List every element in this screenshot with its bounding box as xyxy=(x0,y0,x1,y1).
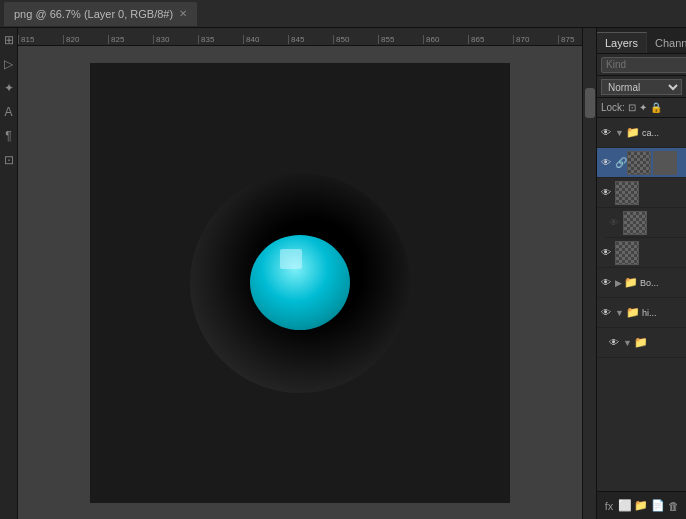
chain-icon[interactable]: 🔗 xyxy=(615,157,625,168)
kind-search-bar xyxy=(597,54,686,76)
lock-row: Lock: ⊡ ✦ 🔒 xyxy=(597,98,686,118)
lock-position-icon[interactable]: ✦ xyxy=(639,102,647,113)
folder-icon: 📁 xyxy=(626,126,640,139)
document-tab[interactable]: png @ 66.7% (Layer 0, RGB/8#) ✕ xyxy=(4,2,197,26)
panel-bottom-bar: fx ⬜ 📁 📄 🗑 xyxy=(597,491,686,519)
layer-item[interactable]: 👁 🔗 xyxy=(597,148,686,178)
delete-layer-icon[interactable]: 🗑 xyxy=(666,498,682,514)
highlight-square xyxy=(280,249,302,269)
canvas-wrapper: 815 820 825 830 835 840 845 850 855 860 … xyxy=(18,28,582,519)
layer-expand-arrow[interactable]: ▼ xyxy=(615,128,624,138)
layer-visibility-toggle[interactable]: 👁 xyxy=(599,186,613,200)
layer-thumbnail xyxy=(623,211,647,235)
layer-thumbnail xyxy=(615,181,639,205)
ruler-mark: 855 xyxy=(378,35,423,44)
layer-item[interactable]: 👁 ▼ 📁 xyxy=(597,328,686,358)
layer-item[interactable]: 👁 xyxy=(597,238,686,268)
kind-search-input[interactable] xyxy=(601,57,686,73)
blend-mode-row: Normal xyxy=(597,76,686,98)
outer-icon-3[interactable]: ✦ xyxy=(1,80,17,96)
layers-panel: Layers Chann... Normal Lock: ⊡ ✦ 🔒 👁 ▼ xyxy=(596,28,686,519)
layer-name: ca... xyxy=(642,128,684,138)
glow-circle xyxy=(190,173,410,393)
layer-item[interactable]: 👁 xyxy=(605,208,686,238)
ruler-mark: 865 xyxy=(468,35,513,44)
ruler-mark: 845 xyxy=(288,35,333,44)
blend-mode-select[interactable]: Normal xyxy=(601,79,682,95)
canvas-bg xyxy=(90,63,510,503)
new-group-icon[interactable]: 📁 xyxy=(633,498,649,514)
layer-expand-arrow[interactable]: ▶ xyxy=(615,278,622,288)
ruler-marks: 815 820 825 830 835 840 845 850 855 860 … xyxy=(18,35,582,44)
ruler-mark: 850 xyxy=(333,35,378,44)
layer-name: Bo... xyxy=(640,278,684,288)
layer-visibility-toggle[interactable]: 👁 xyxy=(599,306,613,320)
ruler-mark: 815 xyxy=(18,35,63,44)
ruler-mark: 875 xyxy=(558,35,582,44)
ruler-mark: 860 xyxy=(423,35,468,44)
new-layer-icon[interactable]: 📄 xyxy=(650,498,666,514)
layers-list: 👁 ▼ 📁 ca... 👁 🔗 👁 xyxy=(597,118,686,491)
panel-tabs: Layers Chann... xyxy=(597,28,686,54)
add-mask-icon[interactable]: ⬜ xyxy=(617,498,633,514)
layer-item[interactable]: 👁 xyxy=(597,178,686,208)
ruler-mark: 840 xyxy=(243,35,288,44)
layer-visibility-toggle[interactable]: 👁 xyxy=(599,126,613,140)
layer-item[interactable]: 👁 ▼ 📁 ca... xyxy=(597,118,686,148)
tab-channels[interactable]: Chann... xyxy=(647,33,686,53)
tab-bar: png @ 66.7% (Layer 0, RGB/8#) ✕ xyxy=(0,0,686,28)
outer-icon-1[interactable]: ⊞ xyxy=(1,32,17,48)
folder-icon: 📁 xyxy=(626,306,640,319)
folder-icon: 📁 xyxy=(634,336,648,349)
layer-visibility-toggle[interactable]: 👁 xyxy=(607,216,621,230)
layer-mask-thumbnail xyxy=(653,151,677,175)
outer-icon-6[interactable]: ⊡ xyxy=(1,152,17,168)
tab-layers[interactable]: Layers xyxy=(597,32,647,53)
cyan-ball xyxy=(250,235,350,330)
add-style-icon[interactable]: fx xyxy=(601,498,617,514)
lock-label: Lock: xyxy=(601,102,625,113)
main-area: ⊞ ▷ ✦ A ¶ ⊡ 815 820 825 830 835 840 845 … xyxy=(0,28,686,519)
tab-label: png @ 66.7% (Layer 0, RGB/8#) xyxy=(14,8,173,20)
tab-close-button[interactable]: ✕ xyxy=(179,8,187,19)
lock-all-icon[interactable]: 🔒 xyxy=(650,102,662,113)
ruler-mark: 830 xyxy=(153,35,198,44)
ruler: 815 820 825 830 835 840 845 850 855 860 … xyxy=(18,28,582,46)
layer-thumbnail xyxy=(627,151,651,175)
layer-name: hi... xyxy=(642,308,684,318)
canvas-area[interactable] xyxy=(18,46,582,519)
layer-expand-arrow[interactable]: ▼ xyxy=(615,308,624,318)
scrollbar-thumb[interactable] xyxy=(585,88,595,118)
layer-visibility-toggle[interactable]: 👁 xyxy=(599,246,613,260)
layer-visibility-toggle[interactable]: 👁 xyxy=(607,336,621,350)
outer-left-panel: ⊞ ▷ ✦ A ¶ ⊡ xyxy=(0,28,18,519)
layer-item[interactable]: 👁 ▼ 📁 hi... xyxy=(597,298,686,328)
outer-icon-4[interactable]: A xyxy=(1,104,17,120)
ruler-mark: 820 xyxy=(63,35,108,44)
outer-icon-5[interactable]: ¶ xyxy=(1,128,17,144)
folder-icon: 📁 xyxy=(624,276,638,289)
layer-visibility-toggle[interactable]: 👁 xyxy=(599,276,613,290)
ruler-mark: 825 xyxy=(108,35,153,44)
vertical-scrollbar[interactable] xyxy=(582,28,596,519)
ruler-mark: 870 xyxy=(513,35,558,44)
ruler-mark: 835 xyxy=(198,35,243,44)
layer-expand-arrow[interactable]: ▼ xyxy=(623,338,632,348)
lock-transparent-icon[interactable]: ⊡ xyxy=(628,102,636,113)
outer-icon-2[interactable]: ▷ xyxy=(1,56,17,72)
layer-visibility-toggle[interactable]: 👁 xyxy=(599,156,613,170)
layer-thumbnail xyxy=(615,241,639,265)
layer-item[interactable]: 👁 ▶ 📁 Bo... xyxy=(597,268,686,298)
